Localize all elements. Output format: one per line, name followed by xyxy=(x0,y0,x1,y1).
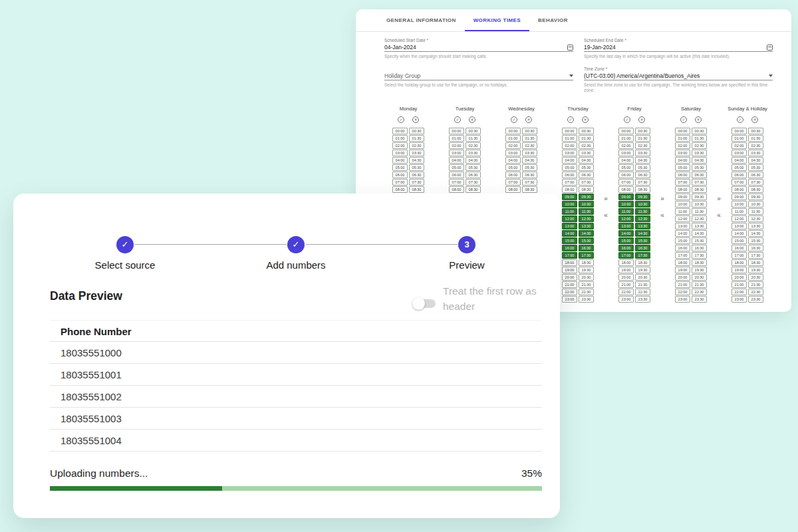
time-slot[interactable]: 06:00 xyxy=(618,172,634,178)
time-slot[interactable]: 00:00 xyxy=(618,128,634,134)
time-slot[interactable]: 22:30 xyxy=(579,289,594,295)
time-slot[interactable]: 00:30 xyxy=(692,128,707,134)
time-slot[interactable]: 03:00 xyxy=(675,150,690,156)
time-slot[interactable]: 07:30 xyxy=(466,179,481,186)
step-3-current-icon[interactable]: 3 xyxy=(458,236,475,253)
time-slot[interactable]: 20:30 xyxy=(748,274,763,281)
time-slot[interactable]: 05:30 xyxy=(748,164,763,171)
time-slot[interactable]: 23:00 xyxy=(562,296,577,303)
time-slot[interactable]: 08:00 xyxy=(732,186,747,193)
time-slot[interactable]: 00:00 xyxy=(732,128,747,134)
copy-to-next-day-icon[interactable]: » xyxy=(604,196,608,202)
time-slot[interactable]: 21:30 xyxy=(692,281,707,288)
step-1-done-icon[interactable]: ✓ xyxy=(116,236,134,253)
time-slot[interactable]: 11:00 xyxy=(675,208,690,215)
time-slot[interactable]: 06:30 xyxy=(635,172,650,178)
time-slot[interactable]: 07:00 xyxy=(732,179,747,186)
time-slot[interactable]: 04:00 xyxy=(392,157,408,164)
time-slot[interactable]: 01:30 xyxy=(579,135,594,142)
copy-to-prev-day-icon[interactable]: « xyxy=(717,212,721,219)
time-slot[interactable]: 21:00 xyxy=(618,281,634,288)
time-slot[interactable]: 10:00 xyxy=(732,201,747,207)
time-slot[interactable]: 15:30 xyxy=(579,237,594,244)
time-slot[interactable]: 07:30 xyxy=(522,179,537,186)
time-slot[interactable]: 19:00 xyxy=(618,267,634,273)
scheduled-start-date-input[interactable]: 04-Jan-2024 xyxy=(384,43,573,52)
time-slot[interactable]: 22:30 xyxy=(635,289,650,295)
time-slot[interactable]: 13:00 xyxy=(562,223,577,229)
time-slot[interactable]: 23:30 xyxy=(635,296,650,303)
time-slot[interactable]: 20:00 xyxy=(618,274,634,281)
time-slot[interactable]: 10:30 xyxy=(748,201,763,207)
time-slot[interactable]: 02:00 xyxy=(732,142,747,149)
calendar-icon[interactable] xyxy=(567,45,573,51)
copy-to-next-day-icon[interactable]: » xyxy=(660,196,664,202)
time-slot[interactable]: 02:30 xyxy=(748,142,763,149)
time-slot[interactable]: 08:30 xyxy=(635,186,650,193)
time-slot[interactable]: 09:30 xyxy=(692,194,707,200)
time-slot[interactable]: 16:00 xyxy=(675,245,690,251)
time-slot[interactable]: 09:30 xyxy=(748,194,763,200)
time-slot[interactable]: 03:00 xyxy=(618,150,634,156)
time-slot[interactable]: 03:30 xyxy=(635,150,650,156)
time-slot[interactable]: 07:30 xyxy=(748,179,763,186)
time-slot[interactable]: 08:30 xyxy=(466,186,481,193)
holiday-group-select[interactable]: Holiday Group xyxy=(384,72,573,80)
time-slot[interactable]: 18:00 xyxy=(618,259,634,266)
time-slot[interactable]: 14:30 xyxy=(748,230,763,237)
clear-all-day-icon[interactable]: ✕ xyxy=(582,116,589,123)
time-slot[interactable]: 04:00 xyxy=(562,157,577,164)
clear-all-day-icon[interactable]: ✕ xyxy=(638,116,645,123)
time-slot[interactable]: 01:00 xyxy=(562,135,577,142)
time-slot[interactable]: 20:00 xyxy=(675,274,690,281)
time-slot[interactable]: 18:30 xyxy=(635,259,650,266)
time-slot[interactable]: 08:00 xyxy=(618,186,634,193)
time-slot[interactable]: 03:30 xyxy=(692,150,707,156)
time-slot[interactable]: 22:30 xyxy=(692,289,707,295)
time-slot[interactable]: 19:00 xyxy=(562,267,577,273)
tab-general-information[interactable]: GENERAL INFORMATION xyxy=(378,9,465,31)
time-slot[interactable]: 07:30 xyxy=(409,179,424,186)
time-slot[interactable]: 14:00 xyxy=(618,230,634,237)
select-all-day-icon[interactable]: ✓ xyxy=(680,116,687,123)
tab-behavior[interactable]: BEHAVIOR xyxy=(529,9,577,31)
time-slot[interactable]: 11:30 xyxy=(748,208,763,215)
time-slot[interactable]: 22:00 xyxy=(675,289,690,295)
dropdown-caret-icon[interactable] xyxy=(569,74,573,77)
time-slot[interactable]: 04:00 xyxy=(675,157,690,164)
time-slot[interactable]: 03:00 xyxy=(392,150,408,156)
time-slot[interactable]: 18:30 xyxy=(748,259,763,266)
time-slot[interactable]: 01:30 xyxy=(522,135,537,142)
time-slot[interactable]: 06:30 xyxy=(409,172,424,178)
time-slot[interactable]: 01:00 xyxy=(449,135,464,142)
time-slot[interactable]: 00:00 xyxy=(505,128,521,134)
time-slot[interactable]: 06:00 xyxy=(732,172,747,178)
time-slot[interactable]: 15:00 xyxy=(618,237,634,244)
time-slot[interactable]: 23:00 xyxy=(675,296,690,303)
copy-to-next-day-icon[interactable]: » xyxy=(717,196,721,202)
time-slot[interactable]: 14:00 xyxy=(675,230,690,237)
time-slot[interactable]: 21:30 xyxy=(635,281,650,288)
time-slot[interactable]: 05:30 xyxy=(522,164,537,171)
time-slot[interactable]: 19:00 xyxy=(675,267,690,273)
time-slot[interactable]: 04:30 xyxy=(635,157,650,164)
time-slot[interactable]: 05:30 xyxy=(579,164,594,171)
time-slot[interactable]: 19:30 xyxy=(635,267,650,273)
time-slot[interactable]: 16:00 xyxy=(618,245,634,251)
time-slot[interactable]: 19:30 xyxy=(692,267,707,273)
scheduled-end-date-input[interactable]: 19-Jan-2024 xyxy=(584,43,773,52)
time-slot[interactable]: 06:00 xyxy=(505,172,521,178)
time-slot[interactable]: 22:30 xyxy=(748,289,763,295)
time-slot[interactable]: 06:00 xyxy=(449,172,464,178)
time-slot[interactable]: 06:30 xyxy=(466,172,481,178)
time-slot[interactable]: 16:30 xyxy=(692,245,707,251)
clear-all-day-icon[interactable]: ✕ xyxy=(695,116,702,123)
time-slot[interactable]: 10:00 xyxy=(675,201,690,207)
time-slot[interactable]: 13:00 xyxy=(675,223,690,229)
dropdown-caret-icon[interactable] xyxy=(769,74,773,77)
time-slot[interactable]: 01:30 xyxy=(635,135,650,142)
time-slot[interactable]: 04:30 xyxy=(579,157,594,164)
time-slot[interactable]: 14:30 xyxy=(579,230,594,237)
time-slot[interactable]: 09:00 xyxy=(732,194,747,200)
time-slot[interactable]: 05:00 xyxy=(392,164,408,171)
